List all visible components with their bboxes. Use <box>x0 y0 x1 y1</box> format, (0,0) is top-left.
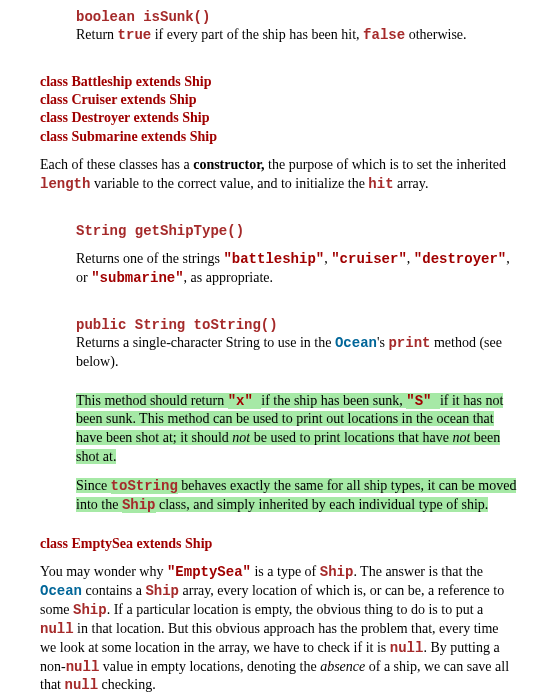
method-issunk: boolean isSunk() Return true if every pa… <box>76 8 517 45</box>
highlight-block-1: This method should return "x" if the shi… <box>76 392 517 468</box>
hl-kw-ship: Ship <box>122 497 156 513</box>
class-cruiser: class Cruiser extends Ship <box>40 91 517 109</box>
method-tostring: public String toString() Returns a singl… <box>76 316 517 515</box>
code-ocean: Ocean <box>335 335 377 351</box>
highlight-block-2: Since toString behaves exactly the same … <box>76 477 517 515</box>
text: . If a particular location is empty, the… <box>107 602 484 617</box>
text: . The answer is that the <box>353 564 483 579</box>
hl-text: Since <box>76 478 111 493</box>
kw-false: false <box>363 27 405 43</box>
text: You may wonder why <box>40 564 167 579</box>
str-submarine: "submarine" <box>91 270 183 286</box>
kw-true: true <box>118 27 152 43</box>
text: checking. <box>98 677 156 692</box>
kw-ship: Ship <box>73 602 107 618</box>
str-cruiser: "cruiser" <box>331 251 407 267</box>
method-signature: public String toString() <box>76 316 517 334</box>
class-destroyer: class Destroyer extends Ship <box>40 109 517 127</box>
class-battleship: class Battleship extends Ship <box>40 73 517 91</box>
text: contains a <box>82 583 145 598</box>
subclass-list: class Battleship extends Ship class Crui… <box>40 73 517 146</box>
method-description: Returns one of the strings "battleship",… <box>76 250 517 288</box>
bold-constructor: constructor, <box>193 157 264 172</box>
method-description: Returns a single-character String to use… <box>76 334 517 372</box>
method-getshiptype: String getShipType() Returns one of the … <box>76 222 517 288</box>
hl-text: This method should return <box>76 393 228 408</box>
text: , <box>407 251 414 266</box>
hl-ital-not: not <box>452 430 470 445</box>
ital-absence: absence <box>320 659 365 674</box>
hl-str-s: "S" <box>406 393 440 409</box>
code-ocean: Ocean <box>40 583 82 599</box>
kw-print: print <box>388 335 430 351</box>
text: is a type of <box>251 564 320 579</box>
method-signature: boolean isSunk() <box>76 8 517 26</box>
kw-null: null <box>65 677 99 693</box>
text: Returns one of the strings <box>76 251 223 266</box>
class-submarine: class Submarine extends Ship <box>40 128 517 146</box>
text: 's <box>377 335 388 350</box>
method-description: Return true if every part of the ship ha… <box>76 26 517 45</box>
text: Return <box>76 27 118 42</box>
text: value in empty locations, denoting the <box>99 659 320 674</box>
kw-length: length <box>40 176 90 192</box>
hl-str-x: "x" <box>228 393 262 409</box>
hl-ital-not: not <box>232 430 250 445</box>
str-destroyer: "destroyer" <box>414 251 506 267</box>
document-page: boolean isSunk() Return true if every pa… <box>0 0 557 700</box>
hl-text: class, and simply inherited by each indi… <box>156 497 489 512</box>
subclass-description: Each of these classes has a constructor,… <box>40 156 517 194</box>
hl-text: if the ship has been sunk, <box>261 393 406 408</box>
text: otherwise. <box>405 27 466 42</box>
text: Each of these classes has a <box>40 157 193 172</box>
emptysea-description: You may wonder why "EmptySea" is a type … <box>40 563 517 695</box>
kw-null: null <box>390 640 424 656</box>
text: Returns a single-character String to use… <box>76 335 335 350</box>
text: if every part of the ship has been hit, <box>151 27 363 42</box>
hl-text: be used to print locations that have <box>250 430 452 445</box>
kw-ship: Ship <box>145 583 179 599</box>
class-emptysea: class EmptySea extends Ship <box>40 535 517 553</box>
text: , as appropriate. <box>184 270 273 285</box>
kw-hit: hit <box>368 176 393 192</box>
str-battleship: "battleship" <box>223 251 324 267</box>
text: the purpose of which is to set the inher… <box>265 157 506 172</box>
method-signature: String getShipType() <box>76 222 517 240</box>
str-emptysea: "EmptySea" <box>167 564 251 580</box>
text: array. <box>394 176 429 191</box>
text: variable to the correct value, and to in… <box>90 176 368 191</box>
kw-null: null <box>40 621 74 637</box>
kw-ship: Ship <box>320 564 354 580</box>
kw-null: null <box>66 659 100 675</box>
hl-kw-tostring: toString <box>111 478 178 494</box>
